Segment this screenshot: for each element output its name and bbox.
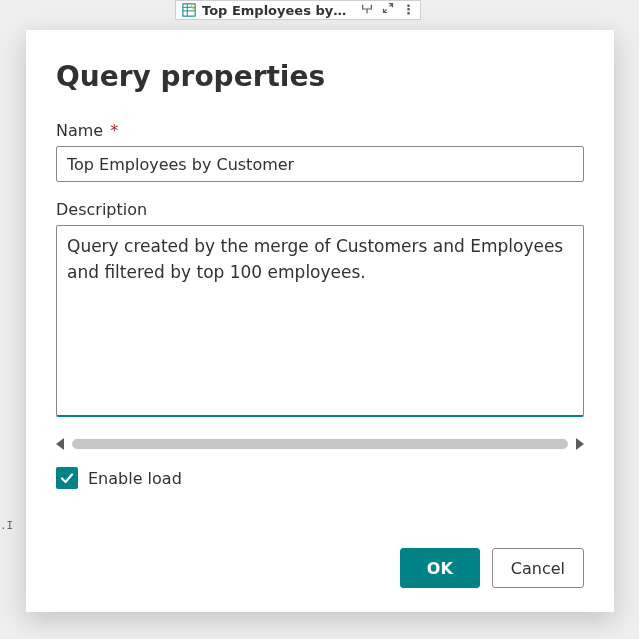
expand-icon <box>382 2 394 19</box>
required-marker: * <box>110 121 118 140</box>
background-code-snippet: .I <box>0 519 13 532</box>
background-tab-title: Top Employees by… <box>202 3 346 18</box>
description-field-label: Description <box>56 200 584 219</box>
svg-rect-0 <box>183 4 195 16</box>
checkmark-icon <box>59 470 75 486</box>
horizontal-scrollbar[interactable] <box>56 435 584 453</box>
branch-icon <box>360 2 374 19</box>
enable-load-checkbox[interactable] <box>56 467 78 489</box>
name-input[interactable] <box>56 146 584 182</box>
dialog-title: Query properties <box>56 60 584 93</box>
background-query-tab: Top Employees by… ⋮ <box>175 0 421 20</box>
ok-button[interactable]: OK <box>400 548 480 588</box>
description-textarea[interactable]: Query created by the merge of Customers … <box>56 225 584 417</box>
more-icon: ⋮ <box>402 2 414 19</box>
name-field-label: Name * <box>56 121 584 140</box>
scroll-right-arrow-icon[interactable] <box>576 438 584 450</box>
scroll-track[interactable] <box>72 439 568 449</box>
query-table-icon <box>182 3 196 17</box>
name-label-text: Name <box>56 121 103 140</box>
enable-load-label[interactable]: Enable load <box>88 469 182 488</box>
cancel-button[interactable]: Cancel <box>492 548 584 588</box>
dialog-button-row: OK Cancel <box>56 548 584 588</box>
scroll-left-arrow-icon[interactable] <box>56 438 64 450</box>
query-properties-dialog: Query properties Name * Description Quer… <box>26 30 614 612</box>
tab-action-icons: ⋮ <box>360 2 414 19</box>
enable-load-row: Enable load <box>56 467 584 489</box>
